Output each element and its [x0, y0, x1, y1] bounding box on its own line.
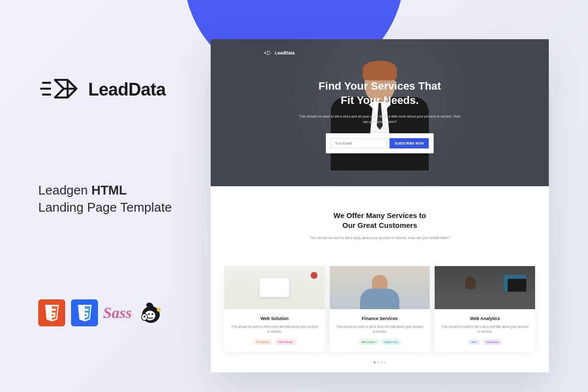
email-input[interactable]: [331, 138, 387, 148]
subscribe-button[interactable]: SUBSCRIBE NOW: [390, 138, 429, 148]
css3-icon: [71, 299, 98, 326]
card-title: Web Solution: [230, 316, 319, 321]
leaddata-logo-icon: [38, 76, 81, 103]
service-card[interactable]: Web Analytics This should be used to tel…: [435, 266, 535, 352]
template-preview: LeadData Find Your Services That Fit You…: [211, 39, 549, 372]
carousel-dots: [211, 362, 549, 363]
services-subtitle: This should be used to tell a story abou…: [225, 236, 534, 241]
svg-point-9: [157, 308, 161, 312]
mailchimp-icon: [137, 299, 164, 326]
card-title: Web Analytics: [441, 316, 529, 321]
hero-section: LeadData Find Your Services That Fit You…: [211, 39, 549, 186]
card-desc: This should be used to tell a story and …: [441, 324, 529, 334]
service-card[interactable]: Finance Services This should be used to …: [330, 266, 430, 352]
signup-form: SUBSCRIBE NOW: [326, 133, 434, 153]
tagline-bold: HTML: [91, 183, 126, 197]
card-desc: This should be used to tell a story and …: [230, 324, 319, 334]
tagline-line2: Landing Page Template: [38, 200, 172, 215]
tech-icons: Sass: [38, 299, 190, 326]
svg-point-6: [144, 316, 146, 318]
carousel-dot[interactable]: [374, 362, 375, 363]
card-tag[interactable]: Web Design: [275, 339, 296, 345]
card-image: [435, 266, 535, 309]
tagline: Leadgen HTML Landing Page Template: [38, 182, 190, 216]
sass-icon: Sass: [104, 299, 131, 326]
tagline-prefix: Leadgen: [38, 183, 91, 197]
preview-logo[interactable]: LeadData: [264, 50, 295, 56]
card-title: Finance Services: [336, 316, 424, 321]
brand-name: LeadData: [88, 79, 166, 100]
carousel-dot[interactable]: [381, 362, 382, 363]
service-cards: Web Solution This should be used to tell…: [211, 250, 549, 352]
card-tag[interactable]: Best Invest: [359, 339, 379, 345]
card-tag[interactable]: SEO: [468, 339, 481, 345]
preview-logo-text: LeadData: [275, 50, 295, 55]
html5-icon: [38, 299, 65, 326]
card-image: [330, 266, 430, 309]
card-tag[interactable]: Safety Pay: [381, 339, 401, 345]
card-tag[interactable]: Marketting: [483, 339, 502, 345]
card-desc: This should be used to tell a story and …: [336, 324, 424, 334]
services-section: We Offer Many Services to Our Great Cust…: [211, 186, 549, 250]
left-panel: LeadData Leadgen HTML Landing Page Templ…: [38, 76, 190, 326]
svg-point-7: [148, 313, 150, 315]
card-image: [224, 266, 325, 309]
hero-subtitle: This should be used to tell a story and …: [211, 114, 549, 124]
carousel-dot[interactable]: [377, 362, 379, 363]
services-title: We Offer Many Services to Our Great Cust…: [225, 211, 534, 231]
card-tag[interactable]: IT Solution: [253, 339, 272, 345]
service-card[interactable]: Web Solution This should be used to tell…: [224, 266, 325, 352]
brand: LeadData: [38, 76, 190, 103]
carousel-dot[interactable]: [384, 362, 386, 363]
hero-title: Find Your Services That Fit Your Needs.: [211, 39, 549, 107]
svg-point-8: [151, 313, 153, 315]
